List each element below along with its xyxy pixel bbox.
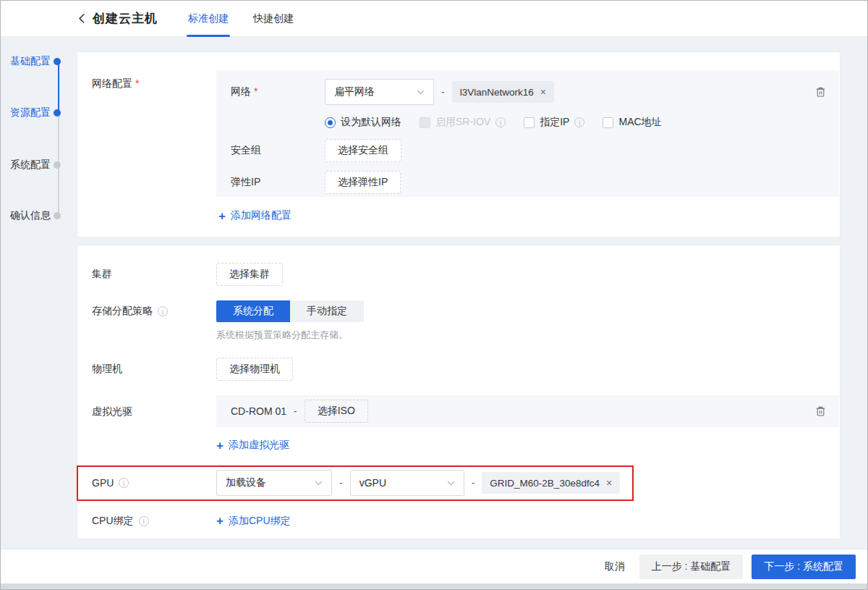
storage-policy-manual-option[interactable]: 手动指定 [290,300,364,322]
selected-network-tag: l3VlanNetwork16 × [452,81,554,103]
cpu-pin-info-icon[interactable]: i [139,516,149,526]
default-network-option: 设为默认网络 [325,116,401,129]
add-network-config-link[interactable]: + 添加网络配置 [218,209,292,222]
separator-dash: - [441,86,445,98]
host-label: 物理机 [92,363,216,376]
default-network-radio[interactable] [325,117,336,128]
step-system-config[interactable]: 系统配置 [1,158,69,172]
cdrom-field: CD-ROM 01 - 选择ISO + 添加虚拟光驱 [216,395,839,452]
cdrom-row: CD-ROM 01 - 选择ISO [216,395,839,427]
trash-icon [815,86,826,98]
gpu-row-highlighted: GPU i 加载设备 - vGPU - GRID_M60-2B_30e8dfc4… [77,465,634,501]
cancel-button[interactable]: 取消 [605,560,625,573]
select-iso-button[interactable]: 选择ISO [305,400,368,423]
cluster-label: 集群 [92,268,216,281]
network-type-select[interactable]: 扁平网络 [325,79,434,105]
assign-ip-checkbox[interactable] [524,117,535,128]
resource-config-card: 集群 选择集群 存储分配策略 i 系统分配 手动指定 系统根据预置策略分配主存储… [77,245,841,539]
step-dot-pending [54,161,61,169]
storage-policy-field: 系统分配 手动指定 系统根据预置策略分配主存储。 [216,300,364,342]
page-title: 创建云主机 [93,10,158,27]
cdrom-device-name: CD-ROM 01 [231,405,286,417]
add-cdrom-link[interactable]: + 添加虚拟光驱 [216,439,289,452]
cdrom-label: 虚拟光驱 [92,395,216,418]
select-host-button[interactable]: 选择物理机 [216,358,293,381]
remove-network-icon[interactable]: × [540,87,546,97]
separator-dash: - [472,477,475,489]
mac-address-option: MAC地址 [603,116,661,129]
wizard-stepper: 基础配置 资源配置 系统配置 确认信息 [1,37,69,254]
stepper-connector [58,167,59,214]
storage-policy-helper-text: 系统根据预置策略分配主存储。 [216,329,364,342]
step-dot-done [54,58,61,65]
select-cluster-button[interactable]: 选择集群 [216,263,283,286]
eip-label: 弹性IP [231,176,325,189]
create-mode-tabs: 标准创建 快捷创建 [187,1,317,37]
network-config-group: 网络* 扁平网络 - l3VlanNetwork16 × [216,70,839,197]
mac-address-checkbox[interactable] [603,117,613,128]
gpu-type-select[interactable]: vGPU [350,470,464,496]
security-group-label: 安全组 [231,144,325,157]
step-dot-pending [54,212,61,219]
next-step-button[interactable]: 下一步 : 系统配置 [752,555,856,579]
gpu-label: GPU i [92,477,216,489]
sriov-checkbox [420,117,430,128]
gpu-info-icon[interactable]: i [119,478,129,488]
assign-ip-info-icon[interactable]: i [574,117,584,127]
tab-quick-create[interactable]: 快捷创建 [252,1,295,37]
trash-icon [815,405,826,417]
wizard-footer: 取消 上一步 : 基础配置 下一步 : 系统配置 [1,549,867,583]
tab-standard-create[interactable]: 标准创建 [187,1,230,37]
step-dot-active [54,109,61,117]
storage-policy-toggle: 系统分配 手动指定 [216,300,364,322]
separator-dash: - [294,405,297,417]
add-cpu-pin-link[interactable]: + 添加CPU绑定 [216,515,291,528]
plus-icon: + [218,210,226,222]
step-basic-config[interactable]: 基础配置 [1,54,69,69]
chevron-down-icon [417,90,425,95]
storage-policy-label: 存储分配策略 i [92,300,216,318]
assign-ip-option: 指定IP i [524,116,584,129]
delete-network-config-button[interactable] [815,86,826,98]
required-mark: * [254,85,258,97]
step-resource-config[interactable]: 资源配置 [1,106,69,120]
gpu-device-tag: GRID_M60-2B_30e8dfc4 × [482,472,620,494]
back-chevron-icon [78,13,85,24]
cpu-pin-label: CPU绑定 i [92,515,216,528]
prev-step-button[interactable]: 上一步 : 基础配置 [639,555,744,579]
select-security-group-button[interactable]: 选择安全组 [325,139,401,162]
chevron-down-icon [447,481,455,486]
storage-policy-system-option[interactable]: 系统分配 [216,300,290,322]
create-vm-page: 创建云主机 标准创建 快捷创建 基础配置 资源配置 系统配置 确认信息 [0,0,868,590]
back-button[interactable] [78,13,85,24]
plus-icon: + [216,515,224,527]
window-bottom-edge [1,583,867,589]
step-confirm-info[interactable]: 确认信息 [1,208,69,223]
page-header: 创建云主机 标准创建 快捷创建 [1,1,867,37]
network-config-card: 网络配置* 网络* 扁平网络 - l3VlanNetwork16 [77,51,841,237]
separator-dash: - [339,477,343,489]
storage-policy-info-icon[interactable]: i [158,306,168,316]
stepper-connector [58,115,59,163]
gpu-mode-select[interactable]: 加载设备 [216,470,332,496]
network-label: 网络* [231,85,325,98]
select-eip-button[interactable]: 选择弹性IP [325,171,401,194]
chevron-down-icon [315,481,323,486]
delete-cdrom-button[interactable] [815,405,826,417]
network-config-label: 网络配置* [92,70,216,197]
sriov-option: 启用SR-IOV i [420,116,506,129]
sriov-info-icon: i [495,117,506,127]
plus-icon: + [216,439,224,452]
remove-gpu-device-icon[interactable]: × [606,478,612,488]
required-mark: * [135,77,139,89]
